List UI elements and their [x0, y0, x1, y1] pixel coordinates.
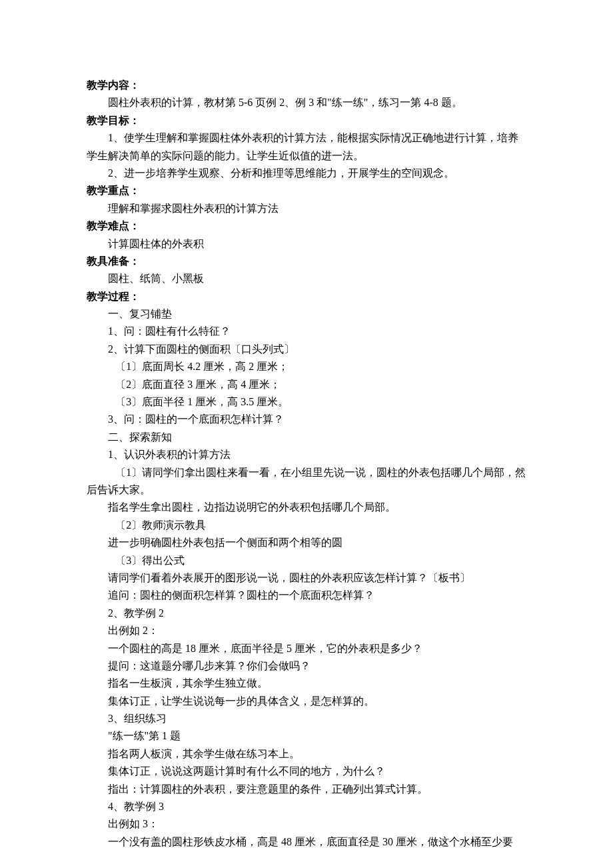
heading-label: 教学重点 — [87, 185, 129, 196]
section-heading-content: 教学内容： — [87, 77, 526, 94]
section-heading-difficulty: 教学难点： — [87, 217, 526, 235]
body-text: 1、使学生理解和掌握圆柱体外表积的计算方法，能根据实际情况正确地进行计算，培养学… — [87, 129, 526, 165]
section-heading-process: 教学过程： — [87, 288, 526, 305]
body-text: 一个圆柱的高是 18 厘米，底面半径是 5 厘米，它的外表积是多少？ — [87, 640, 526, 657]
body-text: 请同学们看着外表展开的图形说一说，圆柱的外表积应该怎样计算？〔板书〕 — [87, 569, 526, 587]
body-text: 集体订正，说说这两题计算时有什么不同的地方，为什么？ — [87, 763, 526, 780]
section-heading-goal: 教学目标： — [87, 112, 526, 129]
body-text: 出例如 3： — [87, 815, 526, 833]
colon: ： — [129, 79, 140, 91]
body-text: 〔3〕底面半径 1 厘米，高 3.5 厘米。 — [87, 393, 526, 411]
colon: ： — [129, 185, 140, 196]
body-text: 3、组织练习 — [87, 710, 526, 727]
body-text: 一、复习铺垫 — [87, 305, 526, 323]
body-text: 2、教学例 2 — [87, 605, 526, 622]
body-text: 指出：计算圆柱的外表积，要注意题里的条件，正确列出算式计算。 — [87, 781, 526, 798]
body-text: 指名学生拿出圆柱，边指边说明它的外表积包括哪几个局部。 — [87, 499, 526, 516]
document-page: 教学内容： 圆柱外表积的计算，教材第 5-6 页例 2、例 3 和"练一练"，练… — [0, 0, 613, 868]
colon: ： — [129, 255, 140, 267]
body-text: 集体订正，让学生说说每一步的具体含义，是怎样算的。 — [87, 693, 526, 710]
body-text: 二、探索新知 — [87, 429, 526, 446]
body-text: 进一步明确圆柱外表包括一个侧面和两个相等的圆 — [87, 534, 526, 551]
body-text: 4、教学例 3 — [87, 798, 526, 815]
body-text: 〔2〕教师演示教具 — [87, 517, 526, 534]
body-text: 1、认识外表积的计算方法 — [87, 446, 526, 463]
section-heading-prep: 教具准备： — [87, 253, 526, 270]
body-text: 〔3〕得出公式 — [87, 552, 526, 569]
heading-label: 教具准备 — [87, 255, 129, 267]
heading-label: 教学难点 — [87, 220, 129, 231]
body-text: 追问：圆柱的侧面积怎样算？圆柱的一个底面积怎样算？ — [87, 587, 526, 604]
body-text: 〔1〕底面周长 4.2 厘米，高 2 厘米； — [87, 358, 526, 375]
body-text: 2、进一步培养学生观察、分析和推理等思维能力，开展学生的空间观念。 — [87, 165, 526, 182]
section-heading-keypoint: 教学重点： — [87, 182, 526, 199]
body-text: 〔1〕请同学们拿出圆柱来看一看，在小组里先说一说，圆柱的外表包括哪几个局部，然后… — [87, 464, 526, 499]
text: 1、使学生理解和掌握圆柱体外表积的计算方法，能根据实际情况正确地进行计算，培养学… — [87, 132, 518, 161]
body-text: 圆柱、纸筒、小黑板 — [87, 270, 526, 287]
body-text: 3、问：圆柱的一个底面积怎样计算？ — [87, 411, 526, 428]
colon: ： — [129, 291, 140, 302]
body-text: 理解和掌握求圆柱外表积的计算方法 — [87, 200, 526, 217]
colon: ： — [129, 115, 140, 126]
heading-label: 教学过程 — [87, 291, 129, 302]
text: 〔1〕请同学们拿出圆柱来看一看，在小组里先说一说，圆柱的外表包括哪几个局部，然后… — [87, 467, 526, 495]
body-text: 指名一生板演，其余学生独立做。 — [87, 675, 526, 692]
colon: ： — [129, 220, 140, 231]
body-text: 计算圆柱体的外表积 — [87, 235, 526, 253]
body-text: 1、问：圆柱有什么特征？ — [87, 323, 526, 340]
body-text: "练一练"第 1 题 — [87, 727, 526, 745]
body-text: 出例如 2： — [87, 622, 526, 639]
heading-label: 教学目标 — [87, 115, 129, 126]
body-text: 圆柱外表积的计算，教材第 5-6 页例 2、例 3 和"练一练"，练习一第 4-… — [87, 94, 526, 111]
body-text: 指名两人板演，其余学生做在练习本上。 — [87, 745, 526, 763]
body-text: 提问：这道题分哪几步来算？你们会做吗？ — [87, 657, 526, 675]
body-text: 2、计算下面圆柱的侧面积〔口头列式〕 — [87, 341, 526, 358]
heading-label: 教学内容 — [87, 79, 129, 91]
body-text: 一个没有盖的圆柱形铁皮水桶，高是 48 厘米，底面直径是 30 厘米，做这个水桶… — [87, 833, 526, 851]
body-text: 〔2〕底面直径 3 厘米，高 4 厘米； — [87, 376, 526, 393]
